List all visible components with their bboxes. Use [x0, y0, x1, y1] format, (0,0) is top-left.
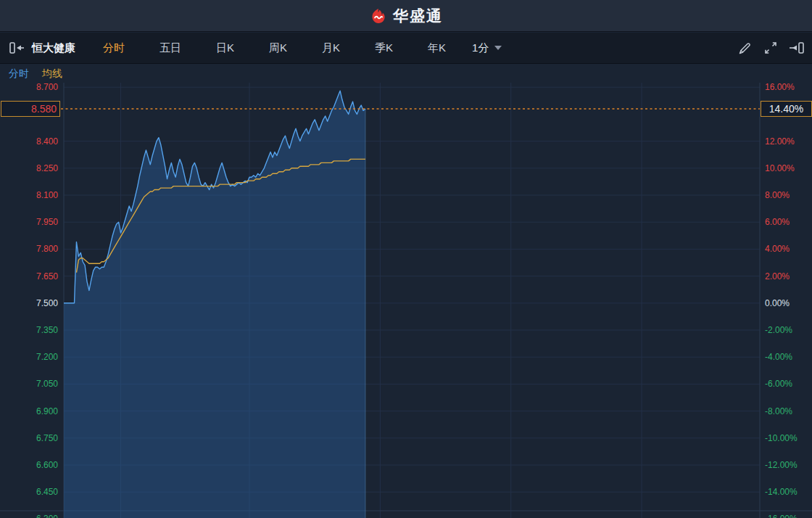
huasheng-logo: 华盛通: [369, 6, 443, 26]
tab-minute[interactable]: 分时: [86, 41, 142, 55]
legend-ma-line[interactable]: 均线: [42, 67, 62, 81]
period-tabs: 分时 五日 日K 周K 月K 季K 年K: [86, 41, 463, 55]
pct-axis-label: 2.00%: [765, 271, 790, 282]
price-axis-label: 7.200: [0, 351, 58, 363]
price-axis-label: 6.600: [0, 459, 58, 471]
pct-axis-label: 4.00%: [765, 243, 790, 255]
tab-month-k[interactable]: 月K: [304, 41, 357, 55]
price-axis-label: 6.900: [0, 406, 58, 417]
pct-axis-label: -8.00%: [765, 406, 792, 417]
tab-five-day[interactable]: 五日: [142, 41, 199, 55]
app-header: 华盛通: [0, 0, 812, 32]
chart-toolbar: 恒大健康 分时 五日 日K 周K 月K 季K 年K 1分: [0, 33, 812, 64]
price-axis-label: 8.250: [0, 163, 58, 174]
price-axis-label: 6.750: [0, 432, 58, 444]
price-axis-label: 7.050: [0, 378, 58, 390]
pct-axis-label: -4.00%: [765, 351, 792, 363]
pct-axis-label: 10.00%: [765, 163, 795, 174]
tab-week-k[interactable]: 周K: [252, 41, 304, 55]
draw-pencil-icon[interactable]: [737, 40, 753, 56]
trading-app-window: 华盛通 恒大健康 分时 五日 日K 周K 月K 季K 年K 1分: [0, 0, 812, 518]
pct-axis-label: 6.00%: [765, 216, 790, 228]
fullscreen-icon[interactable]: [763, 40, 779, 56]
interval-select[interactable]: 1分: [472, 41, 502, 55]
pct-axis-label: -12.00%: [765, 459, 798, 471]
pct-axis-label: 12.00%: [765, 136, 795, 147]
price-axis-label: 8.700: [0, 81, 58, 93]
chart-legend: 分时 均线: [0, 65, 812, 83]
pct-axis-label: -10.00%: [765, 432, 798, 444]
price-axis-label: 7.800: [0, 243, 58, 255]
legend-minute-line[interactable]: 分时: [9, 67, 29, 81]
pct-axis-label: -2.00%: [765, 324, 792, 336]
stock-name: 恒大健康: [32, 41, 75, 55]
pct-axis-label: -6.00%: [765, 378, 792, 390]
flame-logo-icon: [369, 7, 388, 25]
dock-right-icon[interactable]: [789, 40, 805, 56]
tab-quarter-k[interactable]: 季K: [357, 41, 410, 55]
tab-year-k[interactable]: 年K: [410, 41, 463, 55]
interval-label: 1分: [472, 41, 489, 55]
pct-axis-label: 8.00%: [765, 189, 790, 201]
chevron-down-icon: [494, 46, 502, 50]
toolbar-right-icons: [737, 40, 812, 56]
price-axis-label: 7.650: [0, 271, 58, 282]
pct-axis-label: 0.00%: [765, 297, 790, 309]
pct-axis-label: 16.00%: [765, 81, 795, 93]
price-axis-label: 6.300: [0, 513, 58, 518]
logo-text: 华盛通: [393, 6, 443, 26]
current-change-tag: 14.40%: [761, 101, 812, 117]
price-axis-label: 7.500: [0, 297, 58, 309]
pct-axis-label: -16.00%: [765, 513, 798, 518]
tab-day-k[interactable]: 日K: [199, 41, 252, 55]
price-axis-label: 8.400: [0, 136, 58, 147]
price-axis-label: 6.450: [0, 486, 58, 498]
current-price-tag: 8.580: [1, 101, 60, 117]
minute-chart[interactable]: [0, 83, 812, 518]
price-axis-label: 7.950: [0, 216, 58, 228]
dock-left-icon[interactable]: [4, 41, 29, 54]
pct-axis-label: -14.00%: [765, 486, 798, 498]
price-axis-label: 7.350: [0, 324, 58, 336]
price-axis-label: 8.100: [0, 189, 58, 201]
